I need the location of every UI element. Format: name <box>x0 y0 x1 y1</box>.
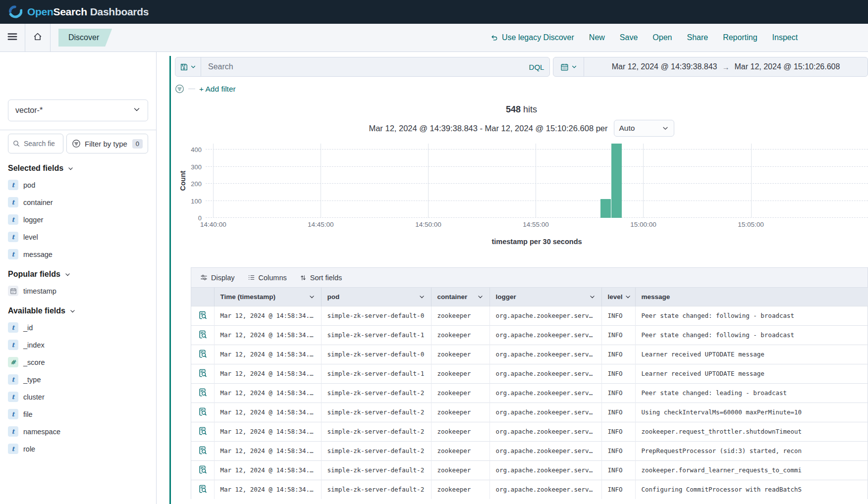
field-item-timestamp[interactable]: timestamp <box>8 286 148 296</box>
inspect-document-button[interactable] <box>191 480 214 499</box>
sidebar-resize-handle[interactable] <box>169 56 171 504</box>
nav-action-reporting[interactable]: Reporting <box>723 33 757 42</box>
field-item-file[interactable]: tfile <box>8 409 148 419</box>
cell-level: INFO <box>601 480 635 499</box>
field-item-message[interactable]: tmessage <box>8 249 148 259</box>
breadcrumb-discover[interactable]: Discover <box>58 29 112 47</box>
nav-action-open[interactable]: Open <box>652 33 672 42</box>
cell-container: zookeeper <box>431 480 489 499</box>
cell-level: INFO <box>601 441 635 460</box>
field-item-level[interactable]: tlevel <box>8 232 148 242</box>
sort-fields-button[interactable]: Sort fields <box>300 274 342 282</box>
nav-action-share[interactable]: Share <box>687 33 708 42</box>
column-label: logger <box>496 293 516 301</box>
x-tick-label: 15:05:00 <box>738 221 764 228</box>
nav-action-new[interactable]: New <box>589 33 605 42</box>
query-language-button[interactable]: DQL <box>524 57 549 76</box>
hits-title: 548 hits <box>175 104 868 115</box>
hits-label: hits <box>523 104 537 114</box>
field-search-input[interactable] <box>24 140 54 148</box>
text-field-icon: t <box>8 232 18 242</box>
column-header-logger[interactable]: logger <box>489 288 601 306</box>
column-label: level <box>608 293 623 301</box>
add-filter-button[interactable]: + Add filter <box>199 85 236 94</box>
field-item-_score[interactable]: #_score <box>8 357 148 367</box>
search-input[interactable] <box>201 57 524 76</box>
section-header-popular-fields[interactable]: Popular fields <box>8 270 148 279</box>
documents-table: Time (timestamp)podcontainerloggerlevelm… <box>191 288 868 499</box>
text-field-icon: t <box>8 340 18 350</box>
field-item-_id[interactable]: t_id <box>8 322 148 333</box>
field-item-namespace[interactable]: tnamespace <box>8 426 148 437</box>
cell-pod: simple-zk-server-default-2 <box>321 383 431 403</box>
cell-message: Peer state changed: following - broadcas… <box>635 306 868 325</box>
query-bar: DQL <box>175 57 550 77</box>
inspect-document-button[interactable] <box>191 383 214 403</box>
inspect-document-button[interactable] <box>191 345 214 364</box>
date-to[interactable]: Mar 12, 2024 @ 15:10:26.608 <box>735 62 840 71</box>
histogram-bar-14:58:00[interactable] <box>600 199 611 218</box>
plot-area <box>206 144 868 218</box>
inspect-document-button[interactable] <box>191 422 214 441</box>
field-item-logger[interactable]: tlogger <box>8 214 148 225</box>
column-header-time-timestamp-[interactable]: Time (timestamp) <box>214 288 321 306</box>
inspect-document-button[interactable] <box>191 364 214 383</box>
index-pattern-select[interactable]: vector-* <box>8 100 148 121</box>
cell-logger: org.apache.zookeeper.serv… <box>489 441 601 460</box>
columns-button[interactable]: Columns <box>248 274 287 282</box>
filter-circle-icon[interactable] <box>175 84 184 94</box>
cell-level: INFO <box>601 403 635 422</box>
range-arrow-icon: → <box>722 63 730 71</box>
field-item-pod[interactable]: tpod <box>8 180 148 190</box>
cell-pod: simple-zk-server-default-2 <box>321 403 431 422</box>
nav-action-label: New <box>589 33 605 42</box>
menu-button[interactable] <box>0 24 25 51</box>
table-row: Mar 12, 2024 @ 14:58:34.… simple-zk-serv… <box>191 364 868 383</box>
histogram-bar-14:58:30[interactable] <box>611 144 622 218</box>
cell-time: Mar 12, 2024 @ 14:58:34.… <box>214 460 321 480</box>
section-header-selected-fields[interactable]: Selected fields <box>8 164 148 173</box>
inspect-document-button[interactable] <box>191 460 214 480</box>
field-item-cluster[interactable]: tcluster <box>8 392 148 402</box>
table-row: Mar 12, 2024 @ 14:58:34.… simple-zk-serv… <box>191 325 868 345</box>
x-axis-title: timestamp per 30 seconds <box>206 238 868 246</box>
saved-queries-button[interactable] <box>175 57 201 76</box>
cell-level: INFO <box>601 364 635 383</box>
cell-time: Mar 12, 2024 @ 14:58:34.… <box>214 345 321 364</box>
nav-action-use-legacy-discover[interactable]: Use legacy Discover <box>490 33 574 42</box>
inspect-document-button[interactable] <box>191 325 214 345</box>
interval-select[interactable]: Auto <box>614 120 674 137</box>
field-name: _type <box>23 376 41 384</box>
column-header-level[interactable]: level <box>601 288 635 306</box>
sidebar-divider <box>0 130 156 130</box>
cell-level: INFO <box>601 383 635 403</box>
field-item-_type[interactable]: t_type <box>8 374 148 385</box>
nav-action-inspect[interactable]: Inspect <box>772 33 798 42</box>
nav-action-label: Open <box>652 33 672 42</box>
index-pattern-value: vector-* <box>15 106 43 115</box>
y-gridline <box>206 166 868 167</box>
nav-toolbar: Discover Use legacy DiscoverNewSaveOpenS… <box>0 24 868 52</box>
columns-label: Columns <box>259 274 287 282</box>
date-picker: Mar 12, 2024 @ 14:39:38.843 → Mar 12, 20… <box>553 57 868 77</box>
inspect-document-button[interactable] <box>191 306 214 325</box>
sort-fields-label: Sort fields <box>310 274 342 282</box>
field-item-_index[interactable]: t_index <box>8 340 148 350</box>
date-from[interactable]: Mar 12, 2024 @ 14:39:38.843 <box>612 62 717 71</box>
column-header-pod[interactable]: pod <box>321 288 431 306</box>
y-gridline <box>206 183 868 184</box>
cell-logger: org.apache.zookeeper.serv… <box>489 403 601 422</box>
filter-by-type-button[interactable]: Filter by type 0 <box>66 134 148 153</box>
column-header-message[interactable]: message <box>635 288 868 306</box>
field-item-container[interactable]: tcontainer <box>8 197 148 207</box>
column-header-container[interactable]: container <box>431 288 489 306</box>
section-header-available-fields[interactable]: Available fields <box>8 306 148 315</box>
cell-time: Mar 12, 2024 @ 14:58:34.… <box>214 364 321 383</box>
inspect-document-button[interactable] <box>191 441 214 460</box>
nav-action-save[interactable]: Save <box>620 33 638 42</box>
inspect-document-button[interactable] <box>191 403 214 422</box>
home-button[interactable] <box>25 24 50 51</box>
date-quick-select-button[interactable] <box>553 57 584 76</box>
field-item-role[interactable]: trole <box>8 444 148 454</box>
display-button[interactable]: Display <box>200 274 235 282</box>
